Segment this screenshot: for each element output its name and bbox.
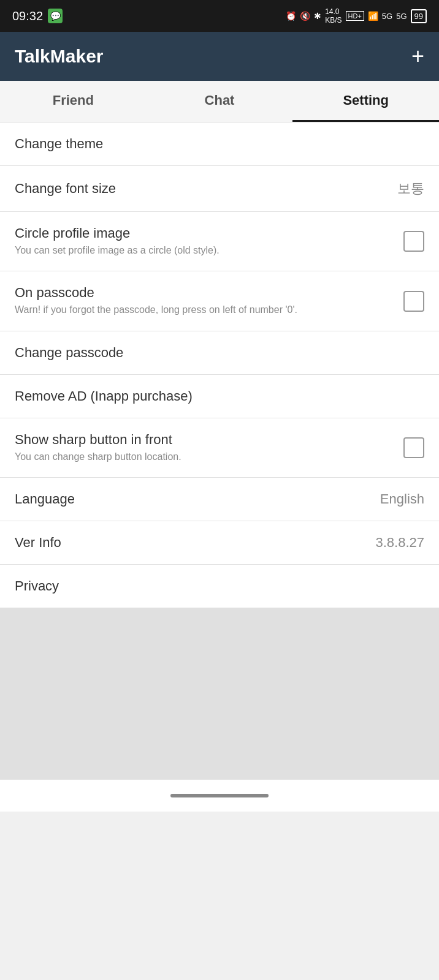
setting-label-show-sharp-button: Show sharp button in front — [15, 432, 394, 448]
tab-bar: Friend Chat Setting — [0, 81, 439, 123]
app-title: TalkMaker — [15, 46, 104, 67]
wifi-icon: 📶 — [368, 11, 378, 21]
battery-indicator: 99 — [411, 9, 427, 23]
signal-4g: 5G — [382, 12, 392, 21]
setting-item-remove-ad[interactable]: Remove AD (Inapp purchase) — [0, 375, 439, 418]
setting-item-circle-profile-image[interactable]: Circle profile imageYou can set profile … — [0, 212, 439, 271]
app-header: TalkMaker + — [0, 32, 439, 81]
setting-label-group-show-sharp-button: Show sharp button in frontYou can change… — [15, 432, 394, 464]
setting-label-change-passcode: Change passcode — [15, 345, 424, 361]
home-indicator — [170, 794, 269, 797]
setting-label-change-font-size: Change font size — [15, 181, 387, 197]
battery-level: 99 — [414, 12, 423, 21]
tab-chat[interactable]: Chat — [147, 81, 293, 122]
settings-list: Change themeChange font size보통Circle pro… — [0, 123, 439, 608]
setting-sublabel-show-sharp-button: You can change sharp button location. — [15, 450, 394, 464]
time-display: 09:32 — [12, 9, 43, 23]
setting-value-language: English — [380, 491, 424, 507]
setting-label-group-privacy: Privacy — [15, 578, 424, 594]
setting-label-group-on-passcode: On passcodeWarn! if you forgot the passc… — [15, 285, 394, 317]
setting-label-group-change-theme: Change theme — [15, 136, 424, 152]
add-button[interactable]: + — [411, 45, 424, 67]
setting-sublabel-circle-profile-image: You can set profile image as a circle (o… — [15, 244, 394, 257]
mute-icon: 🔇 — [300, 11, 310, 21]
setting-label-privacy: Privacy — [15, 578, 424, 594]
checkbox-on-passcode[interactable] — [403, 291, 424, 312]
setting-label-group-circle-profile-image: Circle profile imageYou can set profile … — [15, 225, 394, 257]
alarm-icon: ⏰ — [286, 11, 296, 21]
status-icons: ⏰ 🔇 ✱ 14.0KB/S HD+ 📶 5G 5G 99 — [286, 7, 427, 24]
setting-label-group-language: Language — [15, 491, 370, 507]
data-speed: 14.0KB/S — [325, 7, 342, 24]
status-time: 09:32 — [12, 9, 63, 23]
setting-item-change-font-size[interactable]: Change font size보통 — [0, 166, 439, 212]
setting-item-on-passcode[interactable]: On passcodeWarn! if you forgot the passc… — [0, 271, 439, 331]
setting-label-group-change-font-size: Change font size — [15, 181, 387, 197]
status-bar: 09:32 ⏰ 🔇 ✱ 14.0KB/S HD+ 📶 5G 5G 99 — [0, 0, 439, 32]
bluetooth-icon: ✱ — [314, 11, 321, 21]
setting-label-language: Language — [15, 491, 370, 507]
setting-label-on-passcode: On passcode — [15, 285, 394, 301]
setting-item-ver-info[interactable]: Ver Info3.8.8.27 — [0, 521, 439, 565]
bottom-gray-area — [0, 608, 439, 780]
tab-setting[interactable]: Setting — [292, 81, 439, 122]
checkbox-circle-profile-image[interactable] — [403, 231, 424, 252]
setting-label-group-change-passcode: Change passcode — [15, 345, 424, 361]
setting-value-change-font-size: 보통 — [397, 179, 424, 198]
chat-notification-icon — [48, 9, 63, 23]
setting-value-ver-info: 3.8.8.27 — [375, 535, 424, 551]
home-indicator-bar — [0, 780, 439, 812]
setting-item-show-sharp-button[interactable]: Show sharp button in frontYou can change… — [0, 418, 439, 478]
hd-icon: HD+ — [346, 11, 364, 21]
setting-item-change-passcode[interactable]: Change passcode — [0, 331, 439, 375]
setting-item-language[interactable]: LanguageEnglish — [0, 478, 439, 521]
setting-item-change-theme[interactable]: Change theme — [0, 123, 439, 166]
setting-label-group-remove-ad: Remove AD (Inapp purchase) — [15, 388, 424, 404]
checkbox-show-sharp-button[interactable] — [403, 437, 424, 458]
setting-label-remove-ad: Remove AD (Inapp purchase) — [15, 388, 424, 404]
signal-5g: 5G — [396, 12, 407, 21]
setting-item-privacy[interactable]: Privacy — [0, 565, 439, 608]
setting-label-group-ver-info: Ver Info — [15, 535, 365, 551]
setting-label-ver-info: Ver Info — [15, 535, 365, 551]
setting-label-circle-profile-image: Circle profile image — [15, 225, 394, 241]
setting-label-change-theme: Change theme — [15, 136, 424, 152]
setting-sublabel-on-passcode: Warn! if you forgot the passcode, long p… — [15, 303, 394, 317]
tab-friend[interactable]: Friend — [0, 81, 147, 122]
